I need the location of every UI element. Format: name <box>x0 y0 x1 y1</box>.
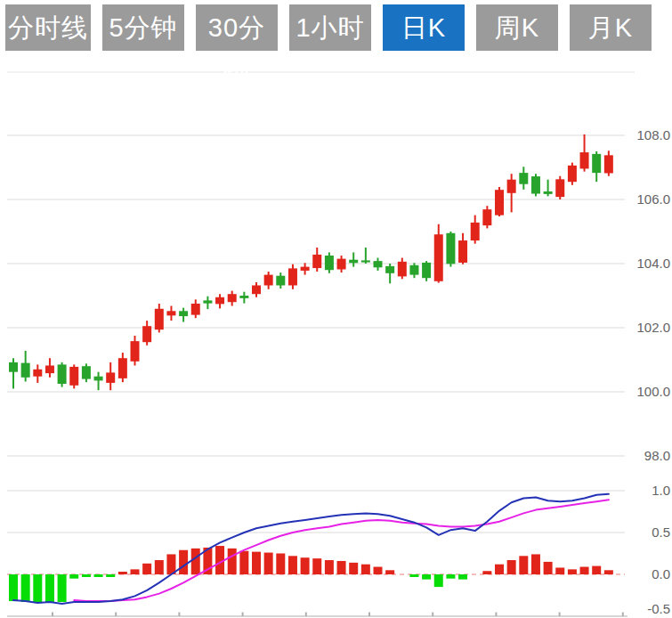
candle-body <box>131 341 140 362</box>
candle-body <box>33 370 42 377</box>
macd-bar-positive <box>142 564 151 574</box>
candle-body <box>519 173 528 184</box>
macd-bar-positive <box>191 549 200 574</box>
candle-body <box>580 152 589 168</box>
candle-body <box>325 256 334 270</box>
macd-bar-positive <box>604 570 613 574</box>
candle-body <box>21 363 30 378</box>
macd-bar-positive <box>325 560 334 574</box>
macd-bar-positive <box>252 552 261 574</box>
macd-bar-positive <box>374 567 383 574</box>
macd-bar-positive <box>239 551 248 574</box>
macd-bar-positive <box>179 550 188 574</box>
macd-bar-positive <box>264 553 273 574</box>
candle-body <box>458 240 467 263</box>
kline-chart[interactable]: 108.0106.0104.0102.0100.098.01.00.50.0-0… <box>0 0 672 618</box>
candle-body <box>422 263 431 278</box>
candle-body <box>106 372 115 383</box>
tab-1小时[interactable]: 1小时 <box>289 4 371 51</box>
macd-bar-positive <box>349 563 358 574</box>
macd-axis-label: 0.5 <box>652 524 670 540</box>
candle-body <box>434 234 443 281</box>
price-axis-label: 108.0 <box>636 127 670 142</box>
macd-bar-negative <box>422 574 431 580</box>
macd-bar-negative <box>409 574 418 577</box>
macd-bar-positive <box>118 572 127 574</box>
macd-axis-label: 1.0 <box>652 483 670 498</box>
macd-bar-negative <box>58 574 67 602</box>
candle-body <box>592 154 601 173</box>
macd-bar-negative <box>45 574 54 602</box>
macd-bar-positive <box>519 556 528 574</box>
macd-bar-positive <box>155 560 164 574</box>
macd-bar-positive <box>495 565 504 574</box>
macd-bar-positive <box>228 549 237 574</box>
candle-body <box>9 362 18 372</box>
candle-body <box>179 311 188 316</box>
candle-body <box>118 358 127 378</box>
macd-bar-positive <box>555 567 564 574</box>
tab-分时线[interactable]: 分时线 <box>5 4 91 51</box>
dif-line <box>13 494 609 604</box>
macd-bar-positive <box>276 554 285 575</box>
macd-bar-positive <box>568 569 577 574</box>
price-axis-label: 100.0 <box>636 384 670 399</box>
tab-周K[interactable]: 周K <box>476 4 558 51</box>
macd-bar-positive <box>288 556 297 574</box>
candle-body <box>288 268 297 285</box>
candle-body <box>94 377 103 381</box>
candle-body <box>276 276 285 286</box>
macd-bar-positive <box>531 554 540 574</box>
macd-bar-positive <box>544 562 553 574</box>
macd-bar-positive <box>361 565 370 574</box>
macd-bar-positive <box>482 571 491 574</box>
candle-body <box>446 233 455 264</box>
candle-body <box>191 304 200 315</box>
candle-body <box>385 266 394 273</box>
candle-body <box>604 155 613 173</box>
candle-body <box>45 365 54 373</box>
tab-30分钟[interactable]: 30分钟 <box>196 4 278 51</box>
candle-body <box>374 261 383 267</box>
macd-bar-negative <box>33 574 42 603</box>
tab-月K[interactable]: 月K <box>570 4 652 51</box>
price-axis-label: 102.0 <box>636 320 670 335</box>
candle-body <box>69 367 78 386</box>
candle-body <box>495 190 504 215</box>
price-axis-label: 104.0 <box>636 256 670 271</box>
candle-body <box>312 255 321 268</box>
macd-bar-negative <box>106 574 115 577</box>
macd-bar-positive <box>337 561 346 574</box>
macd-bar-negative <box>458 574 467 580</box>
timeframe-tabs: 分时线5分钟30分钟1小时日K周K月K <box>5 4 652 51</box>
candle-body <box>215 297 224 305</box>
macd-bar-positive <box>507 560 516 574</box>
macd-bar-negative <box>21 574 30 602</box>
candle-body <box>568 166 577 182</box>
tab-日K[interactable]: 日K <box>383 4 465 51</box>
macd-bar-positive <box>580 567 589 574</box>
candle-body <box>409 265 418 275</box>
candle-body <box>361 260 370 262</box>
candle-body <box>301 267 310 271</box>
candle-body <box>349 260 358 264</box>
macd-bar-negative <box>446 574 455 579</box>
macd-axis-label: 0.0 <box>652 566 670 581</box>
candle-body <box>228 294 237 302</box>
candle-body <box>252 285 261 294</box>
candle-body <box>398 262 407 277</box>
candle-body <box>471 223 480 240</box>
tab-5分钟[interactable]: 5分钟 <box>102 4 184 51</box>
candle-body <box>507 180 516 193</box>
macd-bar-positive <box>301 557 310 574</box>
candle-body <box>482 209 491 225</box>
candle-body <box>531 176 540 193</box>
price-axis-label: 98.0 <box>644 448 670 463</box>
candle-body <box>544 191 553 194</box>
macd-bar-negative <box>69 574 78 579</box>
macd-bar-positive <box>131 569 140 574</box>
macd-bar-negative <box>82 574 91 577</box>
candle-body <box>203 300 212 303</box>
candle-body <box>155 309 164 329</box>
macd-bar-positive <box>592 566 601 574</box>
